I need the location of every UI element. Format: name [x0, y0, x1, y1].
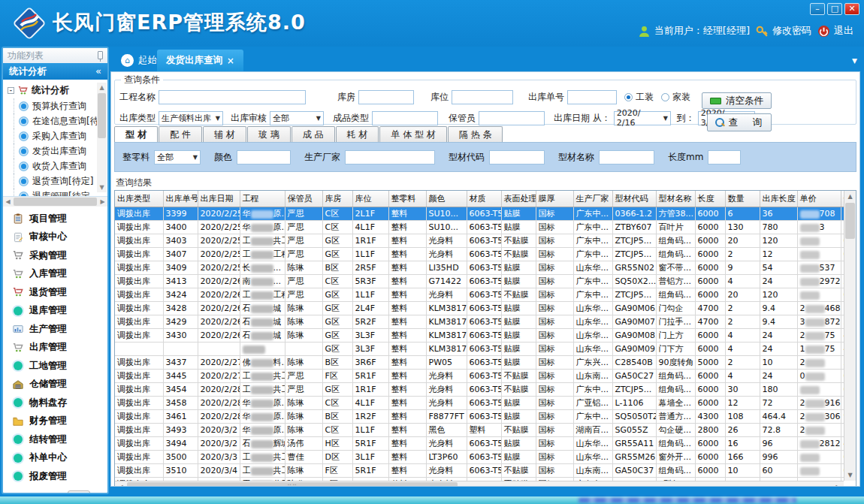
sidebar-item-物料盘存[interactable]: 物料盘存 [3, 394, 107, 412]
table-row[interactable]: 调拨出库34002020/2/25华原...严思C区4L1F整料SU10...6… [115, 221, 844, 234]
whole-part-select[interactable]: 全部▼ [154, 150, 201, 164]
table-row[interactable]: 调拨出库34282020/2/26石城陈琳G区2L4F整料KLM38176063… [115, 302, 844, 315]
material-tab-配件[interactable]: 配 件 [159, 126, 202, 142]
table-row[interactable]: 调拨出库34372020/2/27佛料...陈琳B区3R6F整料PW056063… [115, 356, 844, 370]
color-input[interactable] [237, 150, 291, 164]
table-row[interactable]: 调拨出库34242020/2/26工工程严思G区1L1F整料光身料6063-T5… [115, 288, 844, 302]
column-header[interactable]: 型材代码 [612, 191, 656, 207]
column-header[interactable]: 数量 [725, 191, 760, 207]
material-tab-单体型材[interactable]: 单 体 型 材 [379, 126, 446, 142]
tree-item-在途信息查询[待[interactable]: 在途信息查询[待 [8, 113, 107, 128]
sidebar-item-入库管理[interactable]: 入库管理 [3, 265, 107, 284]
table-row[interactable]: 调拨出库35102020/3/4工共工程陈琳F区5R1F整料光身料6063-T5… [115, 464, 844, 478]
table-row[interactable]: 调拨出库34092020/2/25长...陈琳B区2R5F整料LI35HD606… [115, 261, 844, 275]
location-input[interactable] [452, 90, 513, 104]
table-row[interactable]: 调拨出库34612020/2/28华原...陈琳B区1R2F整料F8877FT6… [115, 410, 844, 424]
sidebar-item-工地管理[interactable]: 工地管理 [3, 357, 107, 376]
sidebar-item-生产管理[interactable]: 生产管理 [3, 320, 107, 339]
column-header[interactable]: 出库类型 [115, 191, 163, 207]
keeper-input[interactable] [479, 111, 545, 125]
material-tab-成品[interactable]: 成 品 [292, 126, 335, 142]
maximize-button[interactable] [827, 3, 842, 15]
material-tab-辅材[interactable]: 辅 材 [203, 126, 246, 142]
tree-item-采购入库查询[interactable]: 采购入库查询 [8, 128, 107, 143]
column-header[interactable]: 生产厂家 [573, 191, 612, 207]
material-tab-隔热条[interactable]: 隔 热 条 [448, 126, 503, 142]
material-tab-玻璃[interactable]: 玻 璃 [247, 126, 291, 142]
tab-overflow-caret-icon[interactable]: ▼ [852, 57, 857, 65]
date-from-select[interactable]: 2020/ 2/16▼ [614, 111, 671, 125]
manufacturer-input[interactable] [345, 150, 435, 164]
table-row[interactable]: 调拨出库34302020/2/26石城陈琳G区3L3F整料KLM38176063… [115, 329, 844, 343]
results-table[interactable]: 出库类型出库单号出库日期工程保管员库房库位整零料颜色材质表面处理膜厚生产厂家型材… [115, 191, 844, 481]
column-header[interactable]: 出库长度 [760, 191, 797, 207]
tree-horizontal-scrollbar[interactable]: ◀▶ [3, 197, 107, 207]
search-button[interactable]: 查 询 [707, 113, 772, 131]
column-header[interactable]: 工程 [240, 191, 285, 207]
table-row[interactable]: 调拨出库34452020/2/27工共工程严思F区5R1F整料光身料6063-T… [115, 370, 844, 383]
tree-item-退库管理[待定[interactable]: 退库管理[待定 [8, 189, 107, 197]
table-row[interactable]: 调拨出库34582020/2/28华原...陈琳C区4L1F整料光身料6063-… [115, 397, 844, 410]
grid-vertical-scrollbar[interactable]: ▲▼ [844, 191, 856, 481]
table-row[interactable]: 调拨出库34292020/2/26石城陈琳G区5R2F整料KLM38176063… [115, 315, 844, 329]
order-no-input[interactable] [567, 90, 617, 104]
column-header[interactable]: 保管员 [285, 191, 322, 207]
radio-jiazhuang[interactable]: 家装 [661, 91, 690, 104]
sidebar-item-退库管理[interactable]: 退库管理 [3, 302, 107, 321]
profile-name-input[interactable] [599, 150, 654, 164]
audit-select[interactable]: 全部▼ [270, 111, 324, 125]
expander-icon[interactable]: - [8, 87, 14, 94]
length-input[interactable] [708, 150, 741, 164]
tree-item-收货入库查询[interactable]: 收货入库查询 [8, 158, 107, 174]
logout-button[interactable]: 退出 [817, 24, 853, 38]
column-header[interactable]: 库房 [322, 191, 352, 207]
column-header[interactable]: 整零料 [388, 191, 426, 207]
warehouse-input[interactable] [358, 90, 414, 104]
sidebar-item-出库管理[interactable]: 出库管理 [3, 339, 107, 358]
sidebar-item-项目管理[interactable]: 项目管理 [3, 210, 107, 228]
cart-tray-button[interactable] [68, 490, 90, 495]
column-header[interactable]: 出库日期 [198, 191, 240, 207]
sidebar-section-statistics[interactable]: 统计分析 « [3, 63, 107, 80]
project-name-input[interactable] [159, 90, 306, 104]
table-row[interactable]: 调拨出库34932020/3/2华原...陈琳C区1L1F整料黑色塑料不贴膜国标… [115, 424, 844, 437]
close-button[interactable] [844, 3, 859, 15]
tree-item-预算执行查询[interactable]: 预算执行查询 [8, 98, 107, 113]
table-row[interactable]: 调拨出库34032020/2/25工共工程严思G区1R1F整料光身料6063-T… [115, 234, 844, 248]
table-row[interactable]: 调拨出库34072020/2/25工工程严思G区1L1F整料光身料6063-T5… [115, 248, 844, 261]
tree-item-发货出库查询[interactable]: 发货出库查询 [8, 143, 107, 158]
material-tab-耗材[interactable]: 耗 材 [336, 126, 379, 142]
table-row[interactable]: 调拨出库35002020/3/3工共工程曹佳D区3L1F整料LT3P606063… [115, 451, 844, 464]
radio-gongzhuang[interactable]: 工装 [624, 91, 654, 104]
sidebar-item-退货管理[interactable]: 退货管理 [3, 283, 107, 302]
table-row[interactable]: 调拨出库34542020/2/28工共工程严思G区1R1F整料光身料6063-T… [115, 383, 844, 397]
tree-item-退货查询[待定][interactable]: 退货查询[待定] [8, 174, 107, 189]
column-header[interactable]: 型材名称 [656, 191, 695, 207]
table-row[interactable]: G区3L3F整料KLM38176063-T5贴膜国标山东华...GA90M09.… [115, 343, 844, 356]
sidebar-item-审核中心[interactable]: 审核中心 [3, 228, 107, 247]
minimize-button[interactable] [810, 3, 825, 15]
more-chevron-icon[interactable]: »▾ [100, 493, 104, 495]
column-header[interactable]: 长度 [695, 191, 725, 207]
table-row[interactable]: 调拨出库34132020/2/26南...严思C区5R3F整料G71422606… [115, 275, 844, 288]
change-password-button[interactable]: 修改密码 [756, 24, 811, 38]
tab-close-icon[interactable]: × [227, 56, 234, 66]
product-type-input[interactable] [372, 111, 438, 125]
sidebar-item-报废管理[interactable]: 报废管理 [3, 467, 107, 486]
sidebar-item-补单中心[interactable]: 补单中心 [3, 449, 107, 468]
collapse-icon[interactable]: « [95, 65, 101, 77]
table-row[interactable]: 调拨出库33992020/2/25华原...严思C区2L1F整料SU10...6… [115, 207, 844, 221]
column-header[interactable]: 单价 [797, 191, 841, 207]
clear-conditions-button[interactable]: 清空条件 [702, 92, 772, 109]
column-header[interactable]: 出库单号 [163, 191, 198, 207]
tree-root-statistics[interactable]: - 统计分析 [8, 83, 107, 98]
sidebar-item-财务管理[interactable]: 财务管理 [3, 412, 107, 431]
material-tab-型材[interactable]: 型 材 [114, 126, 158, 142]
tab-shipping-outbound-query[interactable]: 发货出库查询 × [157, 50, 243, 71]
tree-vertical-scrollbar[interactable]: ▲▼ [97, 83, 107, 192]
column-header[interactable]: 膜厚 [536, 191, 573, 207]
column-header[interactable]: 材质 [467, 191, 501, 207]
column-header[interactable]: 库位 [352, 191, 388, 207]
grid-horizontal-scrollbar[interactable]: ◀⠿⠿▶ [115, 481, 844, 487]
column-header[interactable]: 表面处理 [501, 191, 536, 207]
